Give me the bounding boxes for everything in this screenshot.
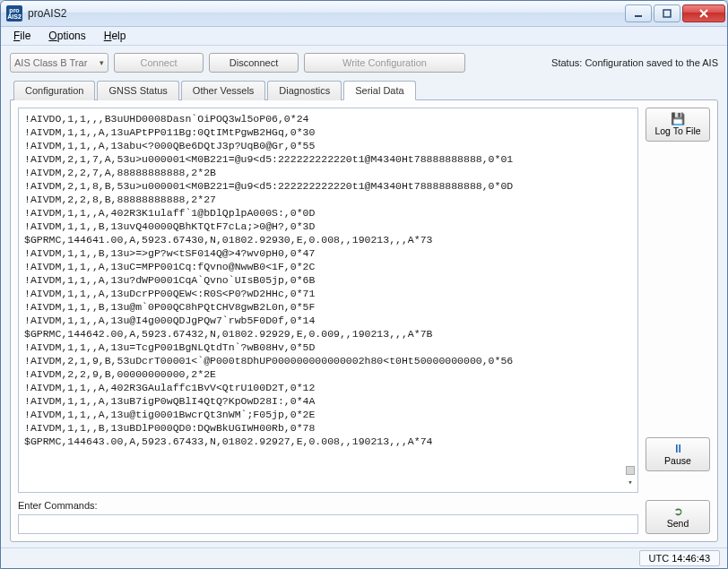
send-icon: ➲ xyxy=(673,505,683,517)
menu-options[interactable]: Options xyxy=(41,28,92,44)
commands-label: Enter Commands: xyxy=(18,500,638,511)
window-title: proAIS2 xyxy=(28,7,625,20)
titlebar: proAIS2 proAIS2 xyxy=(1,1,727,27)
pause-label: Pause xyxy=(664,455,691,466)
svg-rect-1 xyxy=(663,10,671,17)
toolbar: AIS Class B Trar ▾ Connect Disconnect Wr… xyxy=(10,53,718,73)
pause-icon: ⏸ xyxy=(672,443,684,454)
window-controls xyxy=(625,4,725,22)
serial-left-column: !AIVDO,1,1,,,B3uUHD0008Dasn`OiPOQ3wl5oP0… xyxy=(18,108,638,534)
serial-output[interactable]: !AIVDO,1,1,,,B3uUHD0008Dasn`OiPOQ3wl5oP0… xyxy=(18,108,638,493)
statusbar: UTC 14:46:43 xyxy=(1,547,727,568)
menu-file[interactable]: File xyxy=(6,28,38,44)
tab-gnss-status[interactable]: GNSS Status xyxy=(97,81,178,100)
send-label: Send xyxy=(667,518,689,529)
status-label: Status: Configuration saved to the AIS xyxy=(551,57,718,68)
tab-strip: Configuration GNSS Status Other Vessels … xyxy=(10,80,718,99)
app-icon: proAIS2 xyxy=(6,5,22,22)
close-button[interactable] xyxy=(682,4,725,22)
device-combo-text: AIS Class B Trar xyxy=(14,57,87,68)
tab-panel-serial-data: !AIVDO,1,1,,,B3uUHD0008Dasn`OiPOQ3wl5oP0… xyxy=(10,99,718,542)
content-area: AIS Class B Trar ▾ Connect Disconnect Wr… xyxy=(1,46,727,547)
tab-serial-data[interactable]: Serial Data xyxy=(343,81,415,100)
pause-button[interactable]: ⏸ Pause xyxy=(646,437,710,471)
scroll-thumb[interactable] xyxy=(626,466,635,475)
scrollbar[interactable]: ▾ xyxy=(625,466,636,490)
menubar: File Options Help xyxy=(1,27,727,46)
tab-diagnostics[interactable]: Diagnostics xyxy=(267,81,342,100)
scroll-down-icon[interactable]: ▾ xyxy=(628,477,632,490)
utc-clock: UTC 14:46:43 xyxy=(639,550,720,566)
minimize-button[interactable] xyxy=(625,4,652,22)
disconnect-button[interactable]: Disconnect xyxy=(209,53,299,73)
connect-button[interactable]: Connect xyxy=(114,53,204,73)
tab-configuration[interactable]: Configuration xyxy=(13,81,95,100)
chevron-down-icon: ▾ xyxy=(100,58,104,67)
save-icon: 💾 xyxy=(671,113,685,125)
write-config-button[interactable]: Write Configuration xyxy=(304,53,465,73)
spacer xyxy=(646,147,710,432)
commands-input[interactable] xyxy=(18,514,638,534)
log-to-file-button[interactable]: 💾 Log To File xyxy=(646,108,710,142)
app-window: proAIS2 proAIS2 File Options Help AIS Cl… xyxy=(0,0,728,569)
maximize-button[interactable] xyxy=(654,4,680,22)
side-buttons: 💾 Log To File ⏸ Pause ➲ Send xyxy=(646,108,710,534)
menu-help[interactable]: Help xyxy=(97,28,134,44)
log-to-file-label: Log To File xyxy=(654,125,700,136)
send-button[interactable]: ➲ Send xyxy=(646,500,710,534)
device-combo[interactable]: AIS Class B Trar ▾ xyxy=(10,53,108,73)
tab-other-vessels[interactable]: Other Vessels xyxy=(181,81,265,100)
